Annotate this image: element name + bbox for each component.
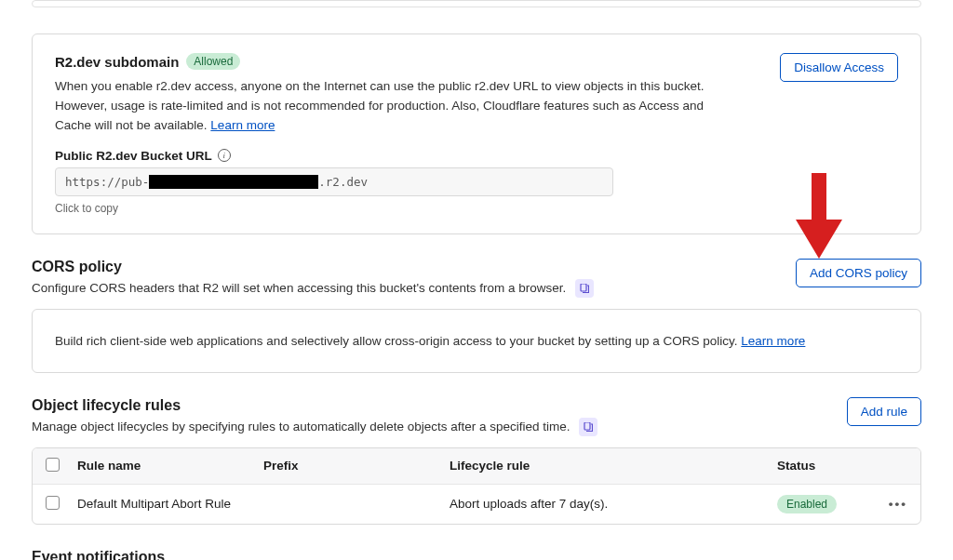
header-status: Status xyxy=(777,459,870,473)
disallow-access-button[interactable]: Disallow Access xyxy=(780,53,898,82)
partial-card-top xyxy=(32,0,921,7)
header-prefix: Prefix xyxy=(263,459,450,473)
cors-title: CORS policy xyxy=(32,259,594,275)
table-row: Default Multipart Abort Rule Abort uploa… xyxy=(33,485,920,524)
cors-info-card: Build rich client-side web applications … xyxy=(32,309,921,373)
allowed-badge: Allowed xyxy=(186,53,240,70)
redacted-segment xyxy=(149,175,318,189)
r2dev-title: R2.dev subdomain xyxy=(55,54,179,70)
cors-section: CORS policy Configure CORS headers that … xyxy=(32,259,921,373)
click-to-copy-hint: Click to copy xyxy=(55,202,706,215)
r2dev-description: When you enable r2.dev access, anyone on… xyxy=(55,77,706,136)
event-notifications-section: Event notifications Automatically trigge… xyxy=(32,549,921,560)
enabled-badge: Enabled xyxy=(777,495,837,513)
r2dev-learn-more-link[interactable]: Learn more xyxy=(210,118,275,132)
svg-rect-0 xyxy=(581,284,586,291)
header-rule-name: Rule name xyxy=(77,459,263,473)
info-icon[interactable]: i xyxy=(218,149,231,162)
header-lifecycle-rule: Lifecycle rule xyxy=(450,459,777,473)
add-rule-button[interactable]: Add rule xyxy=(847,397,921,426)
lifecycle-section: Object lifecycle rules Manage object lif… xyxy=(32,397,921,525)
cors-learn-more-link[interactable]: Learn more xyxy=(741,334,805,348)
lifecycle-title: Object lifecycle rules xyxy=(32,397,597,414)
select-all-checkbox[interactable] xyxy=(46,458,60,472)
table-header: Rule name Prefix Lifecycle rule Status xyxy=(33,448,920,485)
doc-icon[interactable] xyxy=(579,418,597,436)
lifecycle-description: Manage object lifecycles by specifying r… xyxy=(32,418,597,436)
doc-icon[interactable] xyxy=(575,279,594,298)
cors-description: Configure CORS headers that R2 will set … xyxy=(32,279,594,298)
r2dev-subdomain-card: R2.dev subdomain Allowed When you enable… xyxy=(32,33,921,234)
lifecycle-table: Rule name Prefix Lifecycle rule Status D… xyxy=(32,447,921,525)
svg-rect-1 xyxy=(584,422,590,430)
add-cors-policy-button[interactable]: Add CORS policy xyxy=(796,259,921,287)
url-prefix: https://pub- xyxy=(65,175,149,189)
bucket-url-field[interactable]: https://pub-.r2.dev xyxy=(55,167,613,196)
url-suffix: .r2.dev xyxy=(318,175,368,189)
row-checkbox[interactable] xyxy=(46,496,60,510)
row-actions-menu[interactable]: ••• xyxy=(870,497,907,511)
cell-rule-name: Default Multipart Abort Rule xyxy=(77,497,263,511)
events-title: Event notifications xyxy=(32,549,921,560)
cell-lifecycle-rule: Abort uploads after 7 day(s). xyxy=(450,497,777,511)
bucket-url-label: Public R2.dev Bucket URL xyxy=(55,149,212,163)
